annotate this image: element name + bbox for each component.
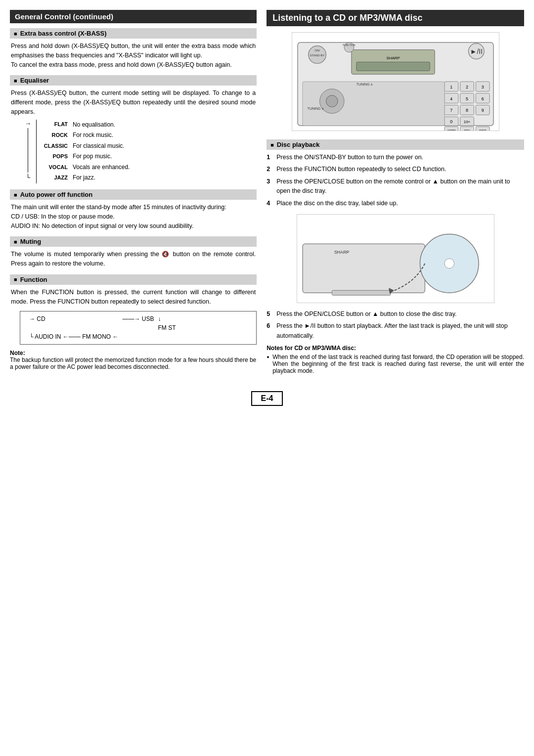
step-1: 1 Press the ON/STAND-BY button to turn t… xyxy=(267,153,524,162)
disc-image-area: SHARP xyxy=(267,214,524,305)
svg-text:STAND-BY: STAND-BY xyxy=(310,54,324,57)
left-section-header: General Control (continued) xyxy=(10,10,257,23)
auto-power-off-section: Auto power off function The main unit wi… xyxy=(10,189,257,230)
svg-text:9: 9 xyxy=(481,108,484,113)
function-section: Function When the FUNCTION button is pre… xyxy=(10,274,257,371)
svg-text:TUNING ∧: TUNING ∧ xyxy=(356,83,372,86)
svg-text:6: 6 xyxy=(481,96,484,101)
two-column-layout: General Control (continued) Extra bass c… xyxy=(10,10,524,376)
page-number: E-4 xyxy=(251,391,283,406)
notes-bullet-list: When the end of the last track is reache… xyxy=(267,354,524,374)
page: General Control (continued) Extra bass c… xyxy=(10,10,524,406)
svg-text:5: 5 xyxy=(466,96,468,101)
equaliser-title: Equaliser xyxy=(10,75,257,86)
svg-text:8: 8 xyxy=(466,108,468,113)
extra-bass-body: Press and hold down (X-BASS)/EQ button, … xyxy=(10,42,257,69)
disc-steps: 1 Press the ON/STAND-BY button to turn t… xyxy=(267,153,524,208)
equaliser-modes: → └ FLATNo equalisation. ROCKFor rock mu… xyxy=(25,120,257,184)
left-column: General Control (continued) Extra bass c… xyxy=(10,10,257,376)
right-section-header: Listening to a CD or MP3/WMA disc xyxy=(267,10,524,26)
svg-text:FUNCTION: FUNCTION xyxy=(343,44,356,46)
disc-playback-section: Disc playback 1 Press the ON/STAND-BY bu… xyxy=(267,139,524,208)
auto-power-off-body: The main unit will enter the stand-by mo… xyxy=(10,203,257,230)
muting-body: The volume is muted temporarily when pre… xyxy=(10,250,257,268)
steps-list-continued: 5 Press the OPEN/CLOSE button or ▲ butto… xyxy=(267,310,524,341)
eq-mode-list: FLATNo equalisation. ROCKFor rock music.… xyxy=(36,120,130,184)
step-3: 3 Press the OPEN/CLOSE button on the rem… xyxy=(267,177,524,196)
muting-title: Muting xyxy=(10,236,257,247)
svg-rect-44 xyxy=(303,244,425,293)
svg-rect-46 xyxy=(332,290,391,295)
svg-text:7: 7 xyxy=(450,108,452,113)
notes-for-cd-title: Notes for CD or MP3/WMA disc: xyxy=(267,345,524,352)
svg-text:TUNING ∨: TUNING ∨ xyxy=(307,107,323,110)
svg-text:PTY: PTY xyxy=(464,129,470,131)
function-body: When the FUNCTION button is pressed, the… xyxy=(10,288,257,307)
svg-text:ASPM: ASPM xyxy=(447,129,455,131)
svg-text:ON/: ON/ xyxy=(314,49,320,52)
step-5: 5 Press the OPEN/CLOSE button or ▲ butto… xyxy=(267,310,524,319)
step-2: 2 Press the FUNCTION button repeatedly t… xyxy=(267,165,524,174)
device-top-image: SHARP ON/ STAND-BY FUNCTION ►/II 1 xyxy=(292,32,499,131)
note-body: The backup function will protect the mem… xyxy=(10,356,256,370)
svg-text:2: 2 xyxy=(466,85,468,89)
extra-bass-title: Extra bass control (X-BASS) xyxy=(10,28,257,39)
auto-power-off-title: Auto power off function xyxy=(10,189,257,200)
function-title: Function xyxy=(10,274,257,285)
flow-box: → CD ——→ USB ↓ FM ST └ AUDIO IN ←—— FM M… xyxy=(20,311,257,345)
mute-icon: 🔇 xyxy=(162,251,170,258)
steps-list: 1 Press the ON/STAND-BY button to turn t… xyxy=(267,153,524,208)
svg-text:4: 4 xyxy=(450,96,452,101)
svg-point-48 xyxy=(444,259,454,268)
extra-bass-section: Extra bass control (X-BASS) Press and ho… xyxy=(10,28,257,69)
function-flow-diagram: → CD ——→ USB ↓ FM ST └ AUDIO IN ←—— FM M… xyxy=(20,311,257,345)
svg-text:1: 1 xyxy=(450,85,452,89)
svg-point-35 xyxy=(326,95,338,107)
disc-steps-continued: 5 Press the OPEN/CLOSE button or ▲ butto… xyxy=(267,310,524,341)
svg-text:10+: 10+ xyxy=(463,120,470,124)
muting-section: Muting The volume is muted temporarily w… xyxy=(10,236,257,268)
svg-text:DISP: DISP xyxy=(479,129,486,131)
svg-text:SHARP: SHARP xyxy=(334,250,350,255)
svg-text:3: 3 xyxy=(481,85,484,89)
notes-for-cd: Notes for CD or MP3/WMA disc: When the e… xyxy=(267,345,524,374)
disc-insertion-image: SHARP xyxy=(297,214,494,303)
step-4: 4 Place the disc on the disc tray, label… xyxy=(267,199,524,208)
equaliser-body: Press (X-BASS)/EQ button, the current mo… xyxy=(10,89,257,116)
svg-text:SHARP: SHARP xyxy=(386,56,400,60)
notes-bullet-1: When the end of the last track is reache… xyxy=(267,354,524,374)
step-6: 6 Press the ►/II button to start playbac… xyxy=(267,321,524,341)
device-image-area: SHARP ON/ STAND-BY FUNCTION ►/II 1 xyxy=(267,32,524,133)
footer-row: E-4 xyxy=(10,383,524,406)
right-column: Listening to a CD or MP3/WMA disc SHARP … xyxy=(267,10,524,376)
function-note: Note: The backup function will protect t… xyxy=(10,350,257,370)
note-label: Note: xyxy=(10,350,25,356)
equaliser-section: Equaliser Press (X-BASS)/EQ button, the … xyxy=(10,75,257,183)
svg-rect-3 xyxy=(356,62,430,71)
disc-playback-title: Disc playback xyxy=(267,139,524,150)
svg-text:►/II: ►/II xyxy=(470,47,482,55)
svg-text:0: 0 xyxy=(450,119,452,124)
